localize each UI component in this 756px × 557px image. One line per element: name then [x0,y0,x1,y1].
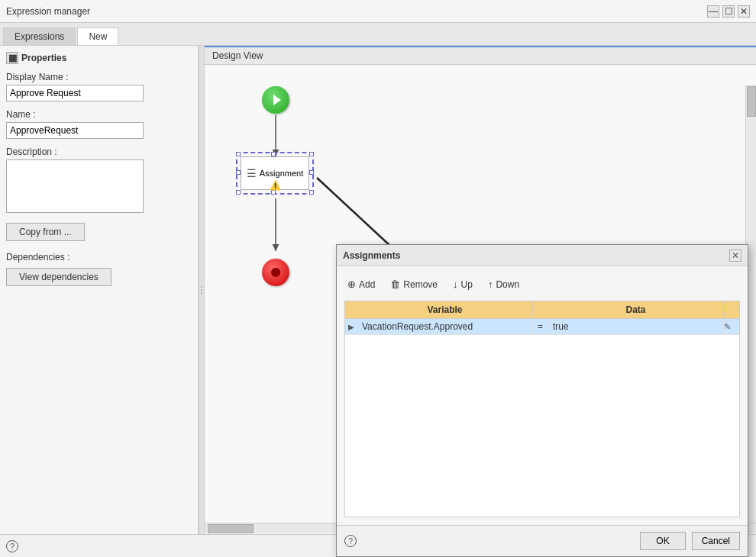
variable-cell: VacationRequest.Approved [357,319,533,334]
handle-br[interactable] [309,190,314,195]
end-node[interactable] [262,259,289,286]
name-input[interactable] [6,122,144,139]
assignment-node[interactable]: ☰ Assignment ⚠️ [241,156,309,190]
maximize-button[interactable]: ☐ [722,5,735,18]
maximize-icon: ☐ [725,6,733,17]
add-label: Add [359,279,375,290]
remove-label: Remove [403,279,438,290]
dialog-close-icon: ✕ [732,250,739,261]
remove-button[interactable]: 🗑 Remove [387,277,441,291]
copy-from-button[interactable]: Copy from ... [6,223,85,241]
up-icon: ↓ [453,278,458,290]
left-panel: ▦ Properties Display Name : Name : Descr… [0,46,199,534]
tab-new[interactable]: New [77,27,118,45]
dialog-close-button[interactable]: ✕ [729,250,741,262]
data-cell: true [548,319,724,334]
handle-mr[interactable] [309,170,314,175]
remove-icon: 🗑 [390,278,400,290]
add-icon: ⊕ [347,278,356,290]
view-dependencies-button[interactable]: View dependencies [6,268,111,286]
dialog-footer-buttons: OK Cancel [640,532,740,550]
up-label: Up [461,279,473,290]
dialog-toolbar: ⊕ Add 🗑 Remove ↓ Up ↑ Down [344,274,740,295]
display-name-group: Display Name : [6,72,192,101]
dialog-title-bar: Assignments ✕ [337,245,748,266]
h-scrollbar-thumb[interactable] [208,524,254,533]
panel-header-label: Properties [21,53,66,63]
display-name-label: Display Name : [6,72,192,82]
operator-cell: = [533,319,548,334]
dialog-body: ⊕ Add 🗑 Remove ↓ Up ↑ Down Variable D [337,266,748,525]
description-group: Description : [6,146,192,215]
description-textarea[interactable] [6,159,144,213]
tab-bar: Expressions New [0,23,756,46]
minimize-icon: — [709,6,718,17]
assignment-node-wrapper[interactable]: ☰ Assignment ⚠️ [241,156,309,190]
window-title: Expression manager [6,6,90,17]
up-button[interactable]: ↓ Up [450,277,476,291]
dialog-footer: ? OK Cancel [337,525,748,556]
down-icon: ↑ [488,278,493,290]
dependencies-section: Dependencies : View dependencies [6,252,192,286]
properties-icon: ▦ [6,52,18,64]
assignments-dialog: Assignments ✕ ⊕ Add 🗑 Remove ↓ Up ↑ Down [336,244,748,557]
name-label: Name : [6,109,192,120]
add-button[interactable]: ⊕ Add [344,277,378,291]
title-bar: Expression manager — ☐ ✕ [0,0,756,23]
data-col-header: Data [548,301,724,318]
minimize-button[interactable]: — [707,5,719,18]
dialog-title: Assignments [343,250,400,261]
expander-col-header [345,301,357,318]
panel-splitter[interactable] [199,46,205,534]
end-node-inner [271,268,280,277]
assignments-table: Variable Data ▶ VacationRequest.Approved… [344,301,740,517]
window-controls: — ☐ ✕ [707,5,750,18]
warning-icon: ⚠️ [270,180,281,191]
dependencies-label: Dependencies : [6,252,192,262]
action-col-header [724,301,739,318]
handle-bl[interactable] [236,190,241,195]
assignment-node-container: ☰ Assignment ⚠️ [241,156,309,190]
assignment-node-label: Assignment [260,169,303,178]
panel-header: ▦ Properties [6,52,192,64]
table-header: Variable Data [345,301,739,319]
close-button[interactable]: ✕ [738,5,750,18]
down-label: Down [496,279,519,290]
cancel-button[interactable]: Cancel [692,532,740,550]
table-row[interactable]: ▶ VacationRequest.Approved = true ✎ [345,319,739,335]
assignment-node-icon: ☰ [247,167,257,179]
tab-expressions[interactable]: Expressions [3,27,76,45]
handle-tr[interactable] [309,152,314,156]
start-node[interactable] [262,86,289,114]
display-name-input[interactable] [6,85,144,101]
design-view-tab[interactable]: Design View [205,46,756,65]
close-icon: ✕ [740,6,748,17]
ok-button[interactable]: OK [640,532,685,550]
help-icon[interactable]: ? [6,540,18,552]
down-button[interactable]: ↑ Down [485,277,522,291]
operator-col-header [533,301,548,318]
dialog-help-icon[interactable]: ? [344,535,357,547]
description-label: Description : [6,146,192,157]
name-group: Name : [6,109,192,139]
variable-col-header: Variable [357,301,533,318]
edit-cell-button[interactable]: ✎ [724,322,739,332]
scrollbar-thumb[interactable] [747,86,756,117]
row-expander[interactable]: ▶ [345,321,357,333]
